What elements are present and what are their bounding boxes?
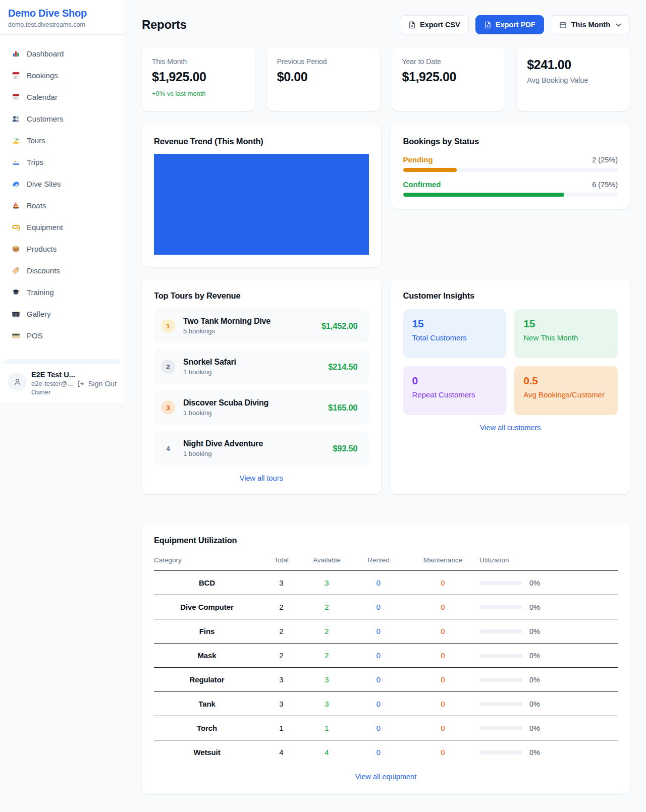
export-csv-button[interactable]: Export CSV <box>400 15 469 34</box>
sidebar-nav: Dashboard 17 Bookings Calendar Customers… <box>0 35 125 359</box>
utilization-percent: 0% <box>529 724 540 732</box>
sidebar-nav-label: Equipment <box>27 223 63 231</box>
sidebar-nav-label: Customers <box>27 114 64 123</box>
period-select[interactable]: This Month <box>551 15 630 34</box>
equipment-available: 2 <box>303 619 351 644</box>
equipment-rented: 0 <box>351 644 406 668</box>
sidebar-nav-label: Boats <box>27 201 46 210</box>
col-total: Total <box>260 552 303 571</box>
equipment-category: BCD <box>154 571 260 595</box>
insight-value: 15 <box>412 318 498 330</box>
equipment-maintenance: 0 <box>406 595 479 619</box>
sidebar-nav-item[interactable]: Dive Sites <box>4 174 121 193</box>
file-icon <box>408 21 416 29</box>
tour-amount: $1,452.00 <box>321 321 358 331</box>
utilization-track <box>479 629 522 633</box>
equipment-total: 1 <box>260 716 303 740</box>
equipment-available: 3 <box>303 692 351 716</box>
row-tours-insights: Top Tours by Revenue 1 Two Tank Morning … <box>142 279 630 494</box>
insight-tile: 0 Repeat Customers <box>403 366 507 415</box>
sidebar-nav-item[interactable]: Gallery <box>4 304 121 323</box>
utilization-track <box>479 726 522 730</box>
calendar-icon <box>559 21 567 29</box>
sidebar-nav-label: Bookings <box>27 71 58 80</box>
sidebar-nav-item-partial-active[interactable] <box>4 359 121 364</box>
main-content: Reports Export CSV Export PDF This Month… <box>126 0 646 794</box>
row-revenue-status: Revenue Trend (This Month) Bookings by S… <box>142 125 630 267</box>
dive-mask-icon <box>11 222 20 231</box>
sidebar-nav-item[interactable]: Dashboard <box>4 44 121 63</box>
equipment-maintenance: 0 <box>406 571 479 595</box>
status-count: 6 (75%) <box>592 181 618 189</box>
sidebar-nav-item[interactable]: 17 Bookings <box>4 66 121 85</box>
utilization-track <box>479 750 522 755</box>
stat-label: This Month <box>152 57 245 66</box>
user-panel: E2E Test U... e2e-tester@... Owner Sign … <box>0 364 125 402</box>
chevron-down-icon <box>616 23 621 27</box>
user-name: E2E Test U... <box>31 371 72 379</box>
revenue-trend-chart <box>154 154 369 255</box>
view-all-equipment-link[interactable]: View all equipment <box>154 773 618 781</box>
sidebar-nav-item[interactable]: Equipment <box>4 217 121 237</box>
stat-card: Avg Booking Value $241.00 <box>517 47 630 111</box>
sidebar-nav-item[interactable]: Training <box>4 282 121 302</box>
sidebar-nav-item[interactable]: Tours <box>4 131 121 150</box>
stat-label: Previous Period <box>277 57 370 66</box>
utilization-percent: 0% <box>529 652 540 660</box>
tag-icon <box>11 266 20 275</box>
sidebar-nav-item[interactable]: POS <box>4 326 121 345</box>
sidebar-nav-item[interactable]: Calendar <box>4 87 121 106</box>
sidebar-nav-label: Gallery <box>27 310 51 318</box>
sailboat-icon <box>11 201 20 210</box>
equipment-total: 2 <box>260 644 303 668</box>
insight-label: New This Month <box>523 333 609 342</box>
equipment-category: Torch <box>154 716 260 740</box>
insight-tile: 0.5 Avg Bookings/Customer <box>514 366 618 415</box>
bookings-calendar-icon: 17 <box>11 71 20 80</box>
island-icon <box>11 136 20 145</box>
brand-name[interactable]: Demo Dive Shop <box>8 8 117 19</box>
equipment-total: 3 <box>260 571 303 595</box>
sign-out-button[interactable]: Sign Out <box>77 380 117 388</box>
sidebar-nav-item[interactable]: Customers <box>4 109 121 128</box>
equipment-row: Wetsuit 4 4 0 0 0% <box>154 740 618 765</box>
sidebar-nav-label: POS <box>27 331 43 340</box>
equipment-utilization-cell: 0% <box>479 740 618 765</box>
utilization-track <box>479 654 522 658</box>
package-icon <box>11 244 20 253</box>
view-all-customers-link[interactable]: View all customers <box>403 424 618 432</box>
utilization-percent: 0% <box>529 748 540 757</box>
utilization-track <box>479 678 522 682</box>
brand[interactable]: Demo Dive Shop demo.test.divestreams.com <box>0 0 125 35</box>
col-available: Available <box>303 552 351 571</box>
sign-out-label: Sign Out <box>88 380 117 388</box>
equipment-available: 2 <box>303 595 351 619</box>
sidebar-nav-item[interactable]: Discounts <box>4 261 121 280</box>
equipment-category: Fins <box>154 619 260 644</box>
equipment-total: 2 <box>260 619 303 644</box>
export-pdf-button[interactable]: Export PDF <box>475 15 544 34</box>
equipment-utilization-cell: 0% <box>479 644 618 668</box>
tour-amount: $93.50 <box>333 444 357 453</box>
stat-value: $0.00 <box>277 70 370 84</box>
user-role: Owner <box>31 388 72 396</box>
insight-label: Repeat Customers <box>412 390 498 399</box>
period-label: This Month <box>571 21 610 29</box>
tour-rank-badge: 4 <box>161 441 175 455</box>
status-item: Pending 2 (25%) <box>403 155 618 172</box>
view-all-tours-link[interactable]: View all tours <box>154 474 369 482</box>
sidebar-nav-item[interactable]: Trips <box>4 152 121 171</box>
status-item: Confirmed 6 (75%) <box>403 180 618 197</box>
equipment-rented: 0 <box>351 740 406 765</box>
tour-bookings: 1 booking <box>183 368 320 376</box>
equipment-row: Tank 3 3 0 0 0% <box>154 692 618 716</box>
sidebar-nav-item[interactable]: Boats <box>4 196 121 215</box>
sidebar: Demo Dive Shop demo.test.divestreams.com… <box>0 0 125 402</box>
tour-rank-badge: 1 <box>161 319 175 333</box>
equipment-total: 3 <box>260 692 303 716</box>
insight-label: Avg Bookings/Customer <box>523 390 609 399</box>
equipment-category: Dive Computer <box>154 595 260 619</box>
top-tours-card: Top Tours by Revenue 1 Two Tank Morning … <box>142 279 381 494</box>
calendar-icon <box>11 92 20 101</box>
sidebar-nav-item[interactable]: Products <box>4 239 121 258</box>
